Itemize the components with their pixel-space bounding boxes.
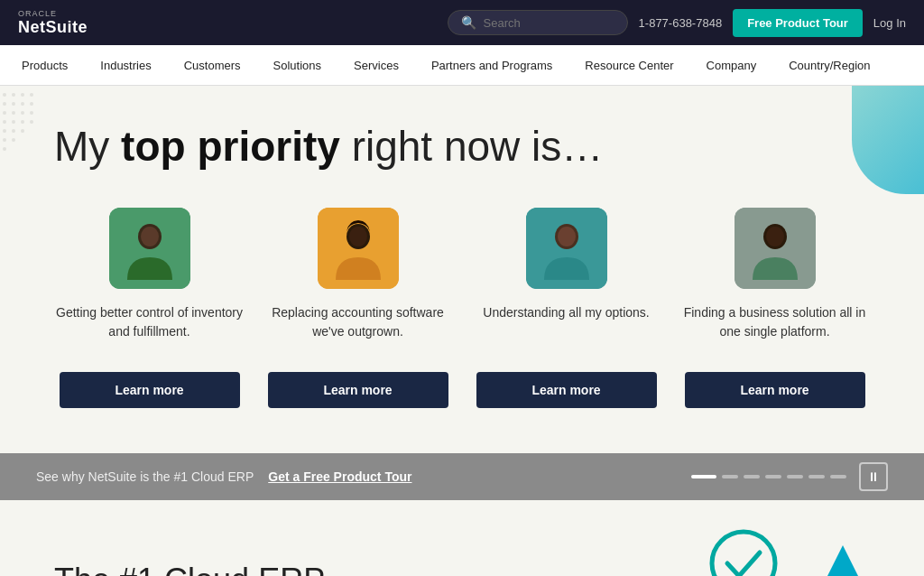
deco-dots-icon [0,90,72,163]
logo-area: ORACLE NetSuite [18,9,88,37]
free-product-tour-button[interactable]: Free Product Tour [733,9,863,37]
deco-shape-icon [852,86,924,194]
nav-item-country[interactable]: Country/Region [785,45,873,86]
card-options: Understanding all my options. Learn more [471,208,661,408]
nav-item-partners[interactable]: Partners and Programs [428,45,556,86]
card-accounting-text: Replacing accounting software we've outg… [263,303,453,358]
avatar-inventory [109,208,190,289]
progress-dot-5 [787,475,803,478]
nav-item-resource[interactable]: Resource Center [581,45,677,86]
login-link[interactable]: Log In [873,16,906,30]
svg-point-10 [21,111,24,115]
search-icon: 🔍 [461,15,476,30]
hero-section: My top priority right now is… Getting be… [0,86,924,453]
oracle-label: ORACLE [18,9,88,18]
progress-dot-2 [722,475,738,478]
progress-dot-7 [830,475,846,478]
card-options-text: Understanding all my options. [483,303,649,358]
svg-point-15 [30,120,33,124]
svg-point-17 [12,129,15,133]
learn-more-button-options[interactable]: Learn more [476,372,657,408]
hero-title: My top priority right now is… [54,122,870,172]
svg-point-13 [12,120,15,124]
svg-point-27 [349,227,367,246]
cards-row: Getting better control of inventory and … [54,208,870,408]
learn-more-button-accounting[interactable]: Learn more [268,372,448,408]
bottom-section: The #1 Cloud ERP [0,500,924,576]
svg-point-19 [3,138,6,142]
progress-dot-4 [765,475,781,478]
svg-point-8 [3,111,6,115]
pause-button[interactable]: ⏸ [859,462,888,491]
svg-point-7 [30,102,33,106]
svg-point-24 [141,227,159,246]
nav-item-services[interactable]: Services [350,45,402,86]
avatar-accounting [318,208,399,289]
avatar-platform [735,208,816,289]
top-bar: ORACLE NetSuite 🔍 1-877-638-7848 Free Pr… [0,0,924,45]
nav-bar: Products Industries Customers Solutions … [0,45,924,86]
progress-dot-1 [691,475,716,478]
search-input[interactable] [484,16,614,30]
svg-point-0 [3,93,6,97]
card-inventory: Getting better control of inventory and … [54,208,245,408]
learn-more-button-inventory[interactable]: Learn more [60,372,240,408]
svg-point-14 [21,120,24,124]
progress-indicators: ⏸ [691,462,888,491]
banner-link[interactable]: Get a Free Product Tour [268,469,411,484]
svg-point-6 [21,102,24,106]
nav-item-products[interactable]: Products [18,45,71,86]
banner-text: See why NetSuite is the #1 Cloud ERP [36,469,254,484]
bottom-title: The #1 Cloud ERP [54,562,325,576]
nav-item-industries[interactable]: Industries [97,45,154,86]
svg-point-33 [766,227,784,246]
nav-item-solutions[interactable]: Solutions [270,45,325,86]
progress-dot-6 [808,475,825,478]
svg-point-20 [12,138,15,142]
svg-point-12 [3,120,6,124]
phone-number: 1-877-638-7848 [639,16,723,30]
svg-point-30 [558,227,576,246]
svg-point-9 [12,111,15,115]
svg-point-11 [30,111,33,115]
svg-point-16 [3,129,6,133]
svg-point-21 [3,147,6,151]
svg-point-1 [12,93,15,97]
learn-more-button-platform[interactable]: Learn more [685,372,865,408]
progress-dot-3 [744,475,760,478]
card-platform-text: Finding a business solution all in one s… [679,303,870,358]
svg-point-18 [21,129,24,133]
netsuite-label: NetSuite [18,18,88,37]
svg-point-2 [21,93,24,97]
svg-point-5 [12,102,15,106]
card-inventory-text: Getting better control of inventory and … [54,303,245,358]
nav-item-customers[interactable]: Customers [180,45,245,86]
search-bar[interactable]: 🔍 [448,10,628,35]
card-platform: Finding a business solution all in one s… [679,208,870,408]
avatar-options [526,208,607,289]
nav-item-company[interactable]: Company [703,45,761,86]
svg-point-3 [30,93,33,97]
triangle-shape-icon [816,545,870,576]
card-accounting: Replacing accounting software we've outg… [263,208,453,408]
svg-point-4 [3,102,6,106]
banner-bar: See why NetSuite is the #1 Cloud ERP Get… [0,453,924,500]
cloud-erp-badge-icon [707,527,780,576]
